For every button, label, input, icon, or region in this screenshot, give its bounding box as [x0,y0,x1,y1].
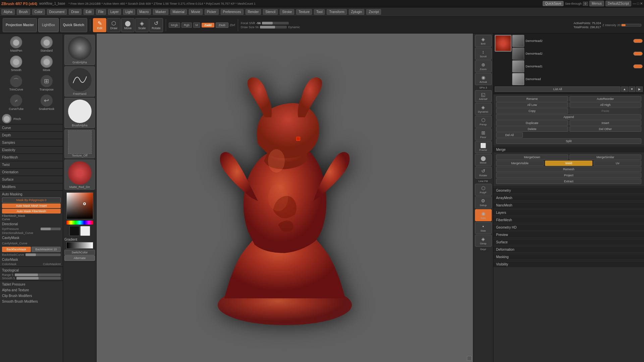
menu-stroke[interactable]: Stroke [280,9,294,15]
geometry-hd-header[interactable]: Geometry HD [493,225,644,230]
menu-light[interactable]: Light [123,9,135,15]
setup-button[interactable]: ⚙ Setup [475,196,492,208]
auto-mask-mesh-insert-button[interactable]: Auto Mask Mesh Insert [2,203,61,208]
grab-alpha-item[interactable]: GrabAlpha [64,35,95,65]
alternate-button[interactable]: Alternate [64,255,95,261]
del-other-button[interactable]: Del Other [570,126,642,132]
tablet-pressure-title[interactable]: Tablet Pressure [2,282,61,287]
swatch-black[interactable] [69,226,79,236]
clip-brush-title[interactable]: Clip Brush Modifiers [2,293,61,299]
lightbox-button[interactable]: LightBox [38,18,59,32]
directional-title[interactable]: Directional [2,221,61,227]
range-track[interactable] [15,274,61,276]
fibermesh-title[interactable]: FiberMesh [2,155,61,160]
brush-curvetube[interactable]: ⌿ CurveTube [1,93,31,112]
back-mask-curve-track[interactable] [25,253,61,256]
deformation-header[interactable]: Deformation [493,247,644,252]
default-script-button[interactable]: DefaultZScript [605,1,631,6]
nano-mesh-header[interactable]: NanoMesh [493,202,644,208]
del-all-button[interactable]: Del All [496,132,523,138]
draw-size-bar[interactable] [260,26,287,28]
texture-off-item[interactable]: Texture_Off [64,129,95,158]
samples-title[interactable]: Samples [2,140,61,145]
all-low-button[interactable]: All Low [496,102,568,108]
dynamic-button[interactable]: ◈ Dynamic [475,103,492,115]
merge-header[interactable]: Merge [493,147,644,153]
canvas-resize-handle[interactable] [467,356,472,361]
tool-thumb-row-3[interactable]: DemoHead1 [512,60,643,72]
curve-title[interactable]: Curve [2,125,61,131]
freehand-item[interactable]: FreeHand [64,66,95,97]
quick-sketch-button[interactable]: Quick Sketch [60,18,87,32]
menu-texture[interactable]: Texture [296,9,312,15]
move-nav-button[interactable]: ⬤ Move [475,154,492,166]
menu-render[interactable]: Render [246,9,261,15]
surface-title[interactable]: Surface [2,177,61,182]
zoom-button[interactable]: ⊕ Zoom [475,60,492,72]
frame-button[interactable]: ⬜ Frame [475,141,492,153]
auto-mask-fibermesh-button[interactable]: Auto Mask FiberMesh [2,209,61,214]
scroll-button[interactable]: ↕ Scroll [475,48,492,60]
back-mask-int-button[interactable]: BackMaskInt 10 [32,247,61,252]
menu-transform[interactable]: Transform [327,9,346,15]
mrgb-button[interactable]: Mrgb [169,22,180,28]
append-button[interactable]: Append [496,114,641,120]
modifiers-title[interactable]: Modifiers [2,184,61,190]
subtool-nav-right[interactable]: ▶ [636,86,643,92]
subtool-nav-up[interactable]: ▲ [621,86,628,92]
menu-tool[interactable]: Tool [314,9,325,15]
menu-marker[interactable]: Marker [153,9,168,15]
aahalf-button[interactable]: ◱ AAHalf [475,90,492,102]
persp-button[interactable]: ⬡ Persp [475,116,492,128]
menu-edit[interactable]: Edit [84,9,94,15]
floor-button[interactable]: ⊞ Floor [475,128,492,140]
delete-button[interactable]: Delete [496,126,568,132]
color-spectrum[interactable] [66,221,93,225]
menu-macro[interactable]: Macro [137,9,151,15]
focal-shift-bar[interactable] [262,22,289,24]
menu-preferences[interactable]: Preferences [221,9,244,15]
solo-button[interactable]: ◉ Solo [475,209,492,221]
merge-visible-button[interactable]: MergeVisible [496,161,544,166]
canvas-area[interactable] [97,34,473,362]
all-high-button[interactable]: All High [570,102,642,108]
menu-picker[interactable]: Picker [205,9,219,15]
brush-snakehook[interactable]: ↩ SnakeHook [32,93,62,112]
demohead2-toggle-1[interactable] [633,39,643,43]
rename-button[interactable]: Rename [496,96,568,102]
mask-by-polygroups-button[interactable]: Mask By Polygroups 0 [2,197,61,203]
paste-button[interactable]: Paste [570,108,642,114]
demohead2-toggle-2[interactable] [633,52,643,56]
backface-mask-button[interactable]: BackfaceMask [2,247,31,252]
geometry-header[interactable]: Geometry [493,188,644,193]
m-button[interactable]: M [193,22,201,28]
merge-similar-button[interactable]: MergeSimilar [570,155,642,160]
color-picker[interactable] [66,192,93,219]
brush-pinch[interactable]: ⬤ Pinch [0,113,63,124]
rotate-nav-button[interactable]: ↺ Rotate [475,167,492,179]
dyr-pressure-track[interactable] [41,228,61,230]
draw-button[interactable]: ⬡ Draw [107,18,120,32]
depth-title[interactable]: Depth [2,132,61,138]
polyf-button[interactable]: ⬡ PolyF [475,184,492,196]
demohead1-toggle[interactable] [633,64,643,68]
matte-red-item[interactable]: Matte_Red_Drr [64,160,95,190]
smooth-track[interactable] [16,277,61,280]
menu-file[interactable]: File [96,9,106,15]
menu-layer[interactable]: Layer [108,9,121,15]
smooth-brush-title[interactable]: Smooth Brush Modifiers [2,299,61,304]
menu-movie[interactable]: Movie [189,9,203,15]
rgb-button[interactable]: Rgb [181,22,192,28]
actual-button[interactable]: ◉ Actual [475,73,492,85]
merge-down-button[interactable]: MergeDown [496,155,568,160]
brush-alpha-item[interactable]: BrushAlpha [64,98,95,128]
swatch-white[interactable] [80,226,90,236]
brill-button[interactable]: ◈ Brill [475,35,492,47]
brush-standard[interactable]: ⬤ Standard [32,35,62,54]
menu-draw[interactable]: Draw [69,9,81,15]
insert-button[interactable]: Insert [570,120,642,126]
brush-mastpen[interactable]: ⬤ MastPen [1,35,31,54]
gimp-button[interactable]: ◈ Gimp [475,235,492,247]
fiber-mesh-header[interactable]: FiberMesh [493,217,644,223]
project-button[interactable]: Project [496,173,641,178]
